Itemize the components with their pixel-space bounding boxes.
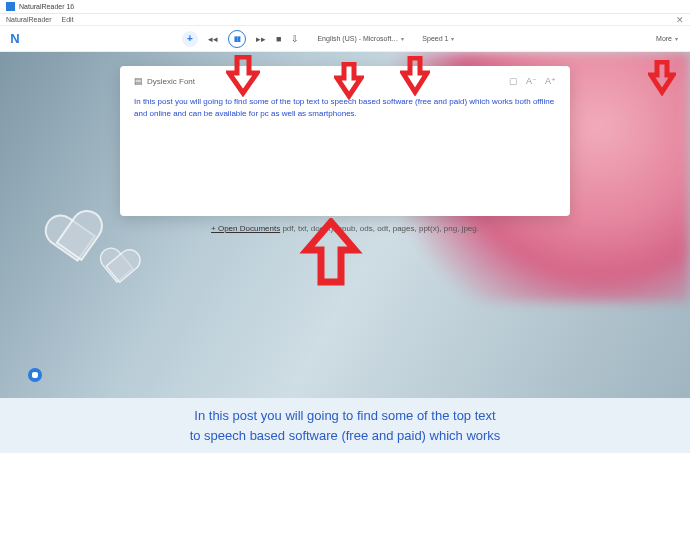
document-icon: ▤ bbox=[134, 76, 143, 86]
speed-selector[interactable]: Speed 1 ▾ bbox=[422, 35, 454, 42]
rewind-button[interactable]: ◂◂ bbox=[208, 34, 218, 44]
menu-bar: NaturalReader Edit ✕ bbox=[0, 14, 690, 26]
download-button[interactable]: ⇩ bbox=[291, 34, 299, 44]
close-icon[interactable]: ✕ bbox=[676, 15, 684, 25]
heart-shape bbox=[107, 249, 149, 291]
chevron-down-icon: ▾ bbox=[401, 35, 404, 42]
voice-selector[interactable]: English (US) - Microsoft… ▾ bbox=[317, 35, 404, 42]
more-label: More bbox=[656, 35, 672, 42]
chat-button[interactable] bbox=[28, 368, 42, 382]
panel-title-label: Dyslexic Font bbox=[147, 77, 195, 86]
bottom-whitespace bbox=[0, 453, 690, 539]
toolbar: N + ◂◂ ▮▮ ▸▸ ■ ⇩ English (US) - Microsof… bbox=[0, 26, 690, 52]
open-documents-link[interactable]: + Open Documents bbox=[211, 224, 280, 233]
menu-naturalreader[interactable]: NaturalReader bbox=[6, 16, 52, 23]
chevron-down-icon: ▾ bbox=[451, 35, 454, 42]
font-increase-icon[interactable]: A⁺ bbox=[545, 76, 556, 86]
more-menu[interactable]: More ▾ bbox=[656, 35, 678, 42]
forward-button[interactable]: ▸▸ bbox=[256, 34, 266, 44]
panel-controls: ▢ A⁻ A⁺ bbox=[509, 76, 556, 86]
menu-edit[interactable]: Edit bbox=[62, 16, 74, 23]
add-button[interactable]: + bbox=[182, 31, 198, 47]
caption-line2: to speech based software (free and paid)… bbox=[190, 428, 501, 443]
playback-controls: + ◂◂ ▮▮ ▸▸ ■ ⇩ English (US) - Microsoft…… bbox=[182, 30, 454, 48]
open-documents-formats: pdf, txt, doc(x), epub, ods, odt, pages,… bbox=[280, 224, 479, 233]
voice-label: English (US) - Microsoft… bbox=[317, 35, 398, 42]
speed-label: Speed 1 bbox=[422, 35, 448, 42]
window-title: NaturalReader 16 bbox=[19, 3, 74, 10]
pause-button[interactable]: ▮▮ bbox=[228, 30, 246, 48]
font-decrease-icon[interactable]: A⁻ bbox=[526, 76, 537, 86]
hero-area: ▤ Dyslexic Font ▢ A⁻ A⁺ In this post you… bbox=[0, 52, 690, 398]
panel-title: ▤ Dyslexic Font bbox=[134, 76, 195, 86]
chevron-down-icon: ▾ bbox=[675, 35, 678, 42]
panel-header: ▤ Dyslexic Font ▢ A⁻ A⁺ bbox=[134, 76, 556, 86]
brand-logo: N bbox=[8, 32, 22, 46]
text-panel: ▤ Dyslexic Font ▢ A⁻ A⁺ In this post you… bbox=[120, 66, 570, 216]
open-documents: + Open Documents pdf, txt, doc(x), epub,… bbox=[211, 224, 479, 233]
caption-line1: In this post you will going to find some… bbox=[194, 408, 495, 423]
caption-bar: In this post you will going to find some… bbox=[0, 398, 690, 453]
panel-body-text[interactable]: In this post you will going to find some… bbox=[134, 96, 556, 120]
app-icon bbox=[6, 2, 15, 11]
save-icon[interactable]: ▢ bbox=[509, 76, 518, 86]
caption-text: In this post you will going to find some… bbox=[190, 406, 501, 445]
stop-button[interactable]: ■ bbox=[276, 34, 281, 44]
window-titlebar: NaturalReader 16 bbox=[0, 0, 690, 14]
